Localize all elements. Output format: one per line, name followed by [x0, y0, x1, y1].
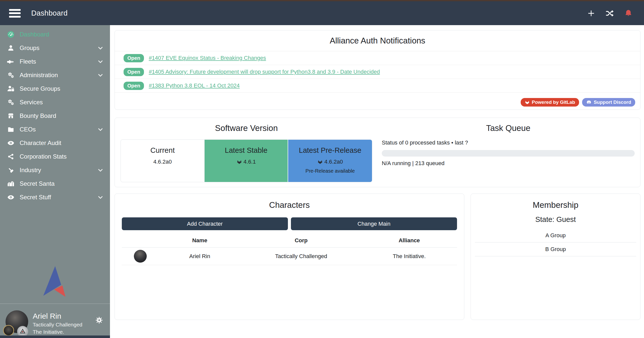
user-panel[interactable]: Ariel Rin Tactically Challenged The Init… — [0, 304, 110, 335]
task-queue-section: Task Queue Status of 0 processed tasks •… — [378, 118, 640, 187]
sidebar-item-label: Secret Stuff — [20, 194, 51, 201]
character-portrait — [134, 250, 147, 263]
group-list-item: B Group — [475, 243, 636, 256]
group-list-item: A Group — [475, 229, 636, 243]
version-cell-latest-stable: Latest Stable 4.6.1 — [205, 140, 288, 182]
status-badge: Open — [124, 68, 144, 76]
page-title: Dashboard — [31, 9, 68, 17]
task-queue-counts: N/A running | 213 queued — [382, 160, 635, 167]
change-main-shuffle-icon[interactable] — [605, 9, 614, 18]
user-settings-gear-icon[interactable] — [95, 316, 103, 324]
notifications-panel: Alliance Auth Notifications Open #1407 E… — [115, 30, 640, 110]
user-lock-icon — [7, 85, 15, 92]
sidebar-toggle-menu-icon[interactable] — [9, 9, 21, 18]
version-number: 4.6.1 — [244, 159, 256, 165]
notifications-title: Alliance Auth Notifications — [115, 36, 640, 45]
sidebar-item-fleets[interactable]: Fleets — [0, 55, 110, 68]
user-icon — [7, 44, 15, 52]
column-header-name: Name — [159, 232, 241, 248]
notifications-footer: Powered by GitLab Support Discord — [521, 98, 635, 107]
task-queue-title: Task Queue — [382, 123, 635, 133]
sidebar-item-character-audit[interactable]: Character Audit — [0, 136, 110, 150]
column-header-alliance: Alliance — [361, 232, 457, 248]
status-badge: Open — [124, 54, 144, 62]
user-name: Ariel Rin — [33, 311, 82, 321]
sidebar-item-corporation-stats[interactable]: Corporation Stats — [0, 150, 110, 163]
membership-group-list: A Group B Group — [471, 229, 640, 256]
version-cell-heading: Current — [121, 146, 204, 155]
sidebar-item-groups[interactable]: Groups — [0, 41, 110, 55]
notification-link[interactable]: #1407 EVE Equinox Status - Breaking Chan… — [149, 55, 266, 61]
membership-panel: Membership State: Guest A Group B Group — [471, 194, 640, 320]
notifications-list: Open #1407 EVE Equinox Status - Breaking… — [115, 51, 640, 93]
sidebar-item-label: Dashboard — [20, 31, 49, 38]
characters-title: Characters — [122, 200, 457, 210]
store-icon — [7, 112, 15, 120]
navbar-actions — [587, 9, 636, 18]
shuttle-icon — [7, 58, 15, 65]
software-version-section: Software Version Current 4.6.2a0 Latest … — [115, 118, 378, 187]
sidebar-item-ceos[interactable]: CEOs — [0, 123, 110, 136]
software-version-title: Software Version — [121, 123, 372, 133]
sidebar-item-label: Secret Santa — [20, 180, 55, 187]
membership-title: Membership — [471, 200, 640, 210]
version-number: 4.6.2a0 — [324, 159, 343, 165]
sidebar-menu: Dashboard Groups Fleets — [0, 25, 110, 204]
sidebar-item-dashboard[interactable]: Dashboard — [0, 28, 110, 41]
add-character-button[interactable]: Add Character — [122, 217, 288, 230]
version-cell-heading: Latest Stable — [205, 146, 288, 155]
sidebar-item-label: Corporation Stats — [20, 153, 67, 160]
character-corp-cell: Tactically Challenged — [241, 248, 362, 265]
corp-logo-badge — [3, 325, 14, 336]
membership-state: State: Guest — [471, 215, 640, 224]
support-discord-badge[interactable]: Support Discord — [582, 98, 635, 107]
prerelease-note: Pre-Release available — [288, 168, 372, 174]
folder-icon — [7, 126, 15, 133]
characters-table: Name Corp Alliance Ariel Rin Tactically … — [122, 232, 457, 265]
badge-label: Powered by GitLab — [532, 100, 575, 105]
sidebar-item-secure-groups[interactable]: Secure Groups — [0, 82, 110, 95]
gitlab-icon — [317, 159, 323, 165]
sidebar-item-label: Secure Groups — [20, 85, 60, 92]
powered-by-gitlab-badge[interactable]: Powered by GitLab — [521, 98, 579, 107]
eye-icon — [7, 194, 15, 201]
gitlab-icon — [525, 100, 530, 105]
add-character-plus-icon[interactable] — [587, 9, 596, 18]
version-cell-latest-prerelease: Latest Pre-Release 4.6.2a0 Pre-Release a… — [288, 140, 372, 182]
sidebar-bottom-strip — [0, 335, 110, 338]
sidebar-item-secret-santa[interactable]: Secret Santa — [0, 177, 110, 190]
sidebar-item-secret-stuff[interactable]: Secret Stuff — [0, 190, 110, 204]
sidebar-item-industry[interactable]: Industry — [0, 163, 110, 177]
sidebar-item-label: Services — [20, 99, 43, 106]
task-queue-status: Status of 0 processed tasks • last ? — [382, 139, 635, 146]
hammer-icon — [7, 166, 15, 174]
sidebar-item-label: Bounty Board — [20, 112, 56, 119]
chevron-down-icon — [97, 126, 104, 133]
characters-panel: Characters Add Character Change Main Nam… — [115, 194, 464, 320]
character-table-row: Ariel Rin Tactically Challenged The Init… — [122, 248, 457, 265]
gauge-icon — [7, 31, 15, 38]
sidebar-item-bounty-board[interactable]: Bounty Board — [0, 109, 110, 123]
sidebar-item-label: Fleets — [20, 58, 36, 65]
version-cell-heading: Latest Pre-Release — [288, 146, 372, 155]
gears-icon — [7, 99, 15, 106]
notification-link[interactable]: #1405 Advisory: Future development will … — [149, 69, 380, 75]
top-navbar: Dashboard — [0, 1, 644, 25]
notifications-bell-icon[interactable] — [624, 9, 633, 18]
sidebar-item-label: CEOs — [20, 126, 36, 133]
notification-link[interactable]: #1383 Python 3.8 EOL - 14 Oct 2024 — [149, 82, 240, 89]
alliance-auth-logo — [0, 265, 110, 298]
user-alliance: The Initiative. — [33, 328, 82, 335]
sidebar: Dashboard Groups Fleets — [0, 25, 110, 338]
version-cell-current: Current 4.6.2a0 — [121, 140, 205, 182]
change-main-button[interactable]: Change Main — [291, 217, 457, 230]
chevron-down-icon — [97, 44, 104, 52]
user-info: Ariel Rin Tactically Challenged The Init… — [33, 311, 82, 335]
software-version-table: Current 4.6.2a0 Latest Stable 4.6.1 Late… — [121, 139, 372, 182]
sidebar-item-administration[interactable]: Administration — [0, 68, 110, 82]
notification-row: Open #1407 EVE Equinox Status - Breaking… — [115, 51, 640, 65]
portrait-column-header — [122, 232, 159, 248]
share-nodes-icon — [7, 153, 15, 160]
user-avatar-group — [6, 310, 33, 335]
sidebar-item-services[interactable]: Services — [0, 95, 110, 109]
